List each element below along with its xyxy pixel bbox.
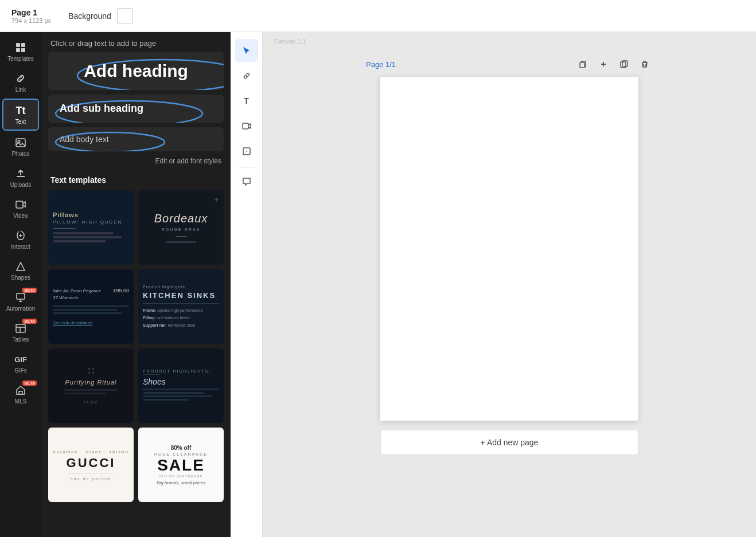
svg-rect-8 bbox=[17, 293, 25, 299]
tool-text[interactable]: T bbox=[235, 89, 258, 112]
page-size: 794 x 1123 px bbox=[11, 17, 51, 24]
add-new-page-button[interactable]: + Add new page bbox=[380, 430, 638, 455]
tools-sidebar: T bbox=[231, 32, 263, 537]
tool-shape[interactable] bbox=[235, 140, 258, 163]
sidebar-item-shapes[interactable]: Shapes bbox=[2, 256, 39, 285]
tool-video[interactable] bbox=[235, 115, 258, 138]
template-sale-subtitle: HUGE CLEARANCE bbox=[154, 452, 208, 456]
sidebar-item-interact[interactable]: Interact bbox=[2, 225, 39, 254]
sidebar-label-gifs: GIFs bbox=[14, 367, 27, 374]
template-card-sale[interactable]: 80% off HUGE CLEARANCE SALE 5TH OF SEPTE… bbox=[138, 428, 224, 502]
svg-rect-3 bbox=[21, 48, 25, 52]
sidebar-item-mls[interactable]: BETA MLS bbox=[2, 379, 39, 409]
icon-sidebar: Templates Link Tt Text P bbox=[0, 32, 41, 537]
sidebar-item-video[interactable]: Video bbox=[2, 194, 39, 224]
template-gucci-inner: automne · hiver · saison GUCCI eau de pa… bbox=[48, 428, 134, 502]
canvas-with-tools: T Canvas 1:1 bbox=[231, 32, 756, 537]
text-panel-header: Click or drag text to add to page bbox=[41, 32, 231, 52]
page-header-bar: Page 1/1 bbox=[366, 56, 653, 72]
sidebar-label-automation: Automation bbox=[6, 305, 36, 312]
templates-icon bbox=[14, 41, 27, 54]
template-card-kitchen[interactable]: Product highlights KITCHEN SINKS Frame: … bbox=[138, 269, 224, 344]
svg-rect-16 bbox=[580, 62, 584, 68]
background-label: Background bbox=[68, 11, 111, 21]
template-kitchen-body: Frame: optimal high performance Filling:… bbox=[143, 307, 219, 329]
sidebar-label-tables: Tables bbox=[13, 336, 29, 343]
main-layout: Templates Link Tt Text P bbox=[0, 32, 756, 537]
template-card-bordeaux[interactable]: + Bordeaux ROUGE GRAS bbox=[138, 190, 224, 265]
sidebar-item-uploads[interactable]: Uploads bbox=[2, 163, 39, 193]
template-nike-title: Nike Air Zoom Pegasus37 Women's bbox=[53, 288, 101, 300]
shapes-icon bbox=[14, 260, 27, 273]
sidebar-label-link: Link bbox=[15, 87, 26, 93]
beta-badge-automation: BETA bbox=[22, 288, 37, 293]
template-card-nike[interactable]: Nike Air Zoom Pegasus37 Women's £95.00 S… bbox=[48, 269, 134, 344]
tables-icon bbox=[14, 322, 27, 335]
template-kitchen-divider bbox=[143, 303, 219, 304]
gifs-icon: GIF bbox=[14, 353, 27, 366]
sidebar-item-tables[interactable]: BETA Tables bbox=[2, 318, 39, 347]
template-bordeaux-divider bbox=[176, 236, 187, 237]
svg-rect-9 bbox=[16, 324, 25, 332]
canvas-area: Canvas 1:1 Page 1/1 bbox=[263, 32, 756, 537]
background-swatch[interactable] bbox=[117, 8, 133, 24]
template-pillows-subtitle: PILLOW: HIGH QUEEN bbox=[53, 219, 129, 225]
page-action-duplicate[interactable] bbox=[575, 56, 591, 72]
link-icon bbox=[14, 72, 27, 85]
edit-fonts-link[interactable]: Edit or add font styles bbox=[155, 157, 221, 165]
text-panel: Click or drag text to add to page Add he… bbox=[41, 32, 231, 537]
template-kitchen-inner: Product highlights KITCHEN SINKS Frame: … bbox=[138, 269, 224, 344]
svg-rect-1 bbox=[21, 43, 25, 47]
add-subheading-block[interactable]: Add sub heading bbox=[48, 95, 224, 123]
subheading-wrapper: Add sub heading bbox=[60, 103, 143, 115]
tool-comment[interactable] bbox=[235, 170, 258, 193]
sidebar-label-text: Text bbox=[15, 119, 26, 125]
page-container: Page 1/1 bbox=[263, 45, 756, 537]
sidebar-item-gifs[interactable]: GIF GIFs bbox=[2, 348, 39, 378]
template-shoes-body bbox=[143, 389, 219, 402]
sidebar-item-automation[interactable]: BETA Automation bbox=[2, 287, 39, 316]
template-bordeaux-plus: + bbox=[215, 195, 219, 204]
template-purifying-body bbox=[64, 389, 118, 396]
add-heading-block[interactable]: Add heading bbox=[48, 52, 224, 90]
add-body-block[interactable]: Add body text bbox=[48, 127, 224, 151]
tool-pointer[interactable] bbox=[235, 39, 258, 62]
template-nike-link: See link description bbox=[53, 320, 129, 326]
template-shoes-line bbox=[143, 374, 160, 375]
template-kitchen-title: KITCHEN SINKS bbox=[143, 291, 219, 300]
svg-rect-0 bbox=[16, 43, 20, 47]
page-action-add[interactable] bbox=[595, 56, 611, 72]
sidebar-label-mls: MLS bbox=[15, 398, 27, 405]
template-card-purifying[interactable]: Purifying Ritual slide bbox=[48, 348, 134, 423]
sidebar-item-templates[interactable]: Templates bbox=[2, 37, 39, 66]
sidebar-item-text[interactable]: Tt Text bbox=[2, 99, 39, 131]
template-card-shoes[interactable]: PRODUCT HIGHLIGHTS: Shoes bbox=[138, 348, 224, 423]
template-pillows-inner: Pillows PILLOW: HIGH QUEEN bbox=[48, 190, 134, 265]
template-card-pillows[interactable]: Pillows PILLOW: HIGH QUEEN bbox=[48, 190, 134, 265]
add-body-text: Add body text bbox=[60, 135, 109, 144]
sidebar-item-link[interactable]: Link bbox=[2, 68, 39, 97]
page-action-delete[interactable] bbox=[637, 56, 653, 72]
photos-icon bbox=[14, 136, 27, 149]
template-bordeaux-title: Bordeaux bbox=[154, 212, 208, 225]
template-sale-tagline: Big brands, small prices bbox=[157, 480, 205, 485]
canvas-page[interactable] bbox=[380, 77, 638, 421]
sidebar-label-shapes: Shapes bbox=[11, 275, 30, 281]
template-pillows-title: Pillows bbox=[53, 211, 129, 218]
template-shoes-label: PRODUCT HIGHLIGHTS: bbox=[143, 369, 219, 373]
template-card-gucci[interactable]: automne · hiver · saison GUCCI eau de pa… bbox=[48, 428, 134, 502]
svg-rect-14 bbox=[243, 123, 248, 129]
sidebar-item-photos[interactable]: Photos bbox=[2, 132, 39, 162]
template-bordeaux-subtitle: ROUGE GRAS bbox=[162, 228, 200, 232]
tool-link[interactable] bbox=[235, 64, 258, 87]
add-heading-text: Add heading bbox=[84, 61, 188, 81]
page-info: Page 1 794 x 1123 px bbox=[11, 8, 51, 24]
canvas-hint: Canvas 1:1 bbox=[263, 32, 756, 45]
video-icon bbox=[14, 198, 27, 211]
svg-rect-6 bbox=[16, 201, 23, 208]
template-sale-date: 5TH OF SEPTEMBER bbox=[159, 475, 202, 478]
uploads-icon bbox=[14, 167, 27, 180]
template-nike-body bbox=[53, 305, 129, 316]
page-action-copy[interactable] bbox=[616, 56, 632, 72]
template-sale-percent: 80% off bbox=[171, 445, 192, 451]
